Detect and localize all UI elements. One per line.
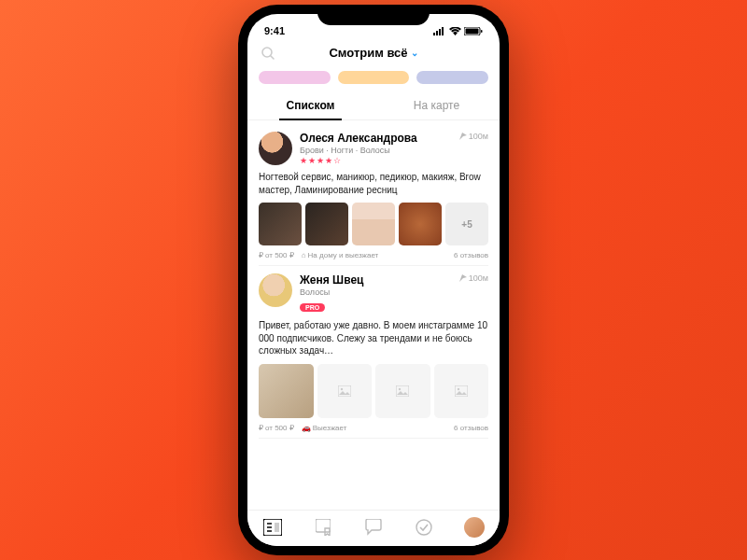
portfolio-thumb-placeholder[interactable] — [434, 364, 489, 419]
results-list[interactable]: Олеся Александрова 100м Брови · Ногти · … — [247, 120, 500, 510]
portfolio-thumb[interactable] — [259, 203, 302, 245]
svg-rect-1 — [436, 31, 438, 35]
portfolio-thumb[interactable] — [399, 203, 442, 245]
svg-rect-3 — [442, 27, 444, 35]
provider-description: Ногтевой сервис, маникюр, педикюр, макия… — [259, 171, 488, 196]
ruble-icon: ₽ — [259, 251, 263, 259]
svg-rect-0 — [433, 33, 435, 35]
price: ₽ от 500 ₽ — [259, 251, 294, 259]
svg-rect-5 — [466, 28, 479, 34]
status-time: 9:41 — [264, 25, 285, 36]
portfolio-thumbs: +5 — [259, 203, 488, 245]
svg-rect-9 — [338, 385, 351, 397]
svg-rect-20 — [316, 519, 331, 532]
tab-profile[interactable] — [463, 516, 486, 539]
svg-rect-2 — [439, 29, 441, 35]
battery-icon — [464, 27, 483, 35]
portfolio-thumb[interactable] — [352, 203, 395, 245]
avatar[interactable] — [259, 273, 292, 307]
category-pill[interactable] — [259, 71, 331, 84]
search-icon[interactable] — [261, 46, 275, 61]
category-pills — [247, 65, 500, 84]
feed-icon — [263, 519, 282, 536]
header-title-dropdown[interactable]: Смотрим всё ⌄ — [329, 46, 417, 60]
svg-point-12 — [399, 388, 401, 390]
profile-avatar-icon — [464, 517, 485, 538]
svg-point-21 — [416, 520, 431, 535]
screen: 9:41 Смотрим всё ⌄ Списком На карте — [247, 14, 500, 546]
price: ₽ от 500 ₽ — [259, 424, 294, 432]
tab-bar — [247, 510, 500, 546]
check-icon — [416, 519, 432, 536]
svg-rect-13 — [455, 385, 468, 397]
image-icon — [455, 385, 468, 397]
car-icon: 🚗 — [302, 424, 311, 432]
home-icon: ⌂ — [302, 251, 306, 259]
tab-check[interactable] — [413, 516, 435, 539]
service-mode: ⌂ На дому и выезжает — [302, 251, 379, 259]
provider-description: Привет, работаю уже давно. В моем инстаг… — [259, 319, 488, 357]
image-icon — [396, 385, 409, 397]
svg-point-14 — [458, 388, 459, 390]
distance: 100м — [459, 132, 488, 141]
portfolio-thumb-placeholder[interactable] — [317, 364, 373, 419]
provider-categories: Брови · Ногти · Волосы — [300, 146, 488, 155]
tab-feed[interactable] — [261, 516, 284, 539]
header: Смотрим всё ⌄ — [247, 40, 500, 65]
tab-chat[interactable] — [362, 516, 385, 539]
portfolio-thumb[interactable] — [259, 364, 314, 419]
provider-name: Женя Швец — [300, 273, 363, 287]
location-icon — [459, 133, 467, 140]
header-title-text: Смотрим всё — [329, 46, 407, 60]
provider-name: Олеся Александрова — [300, 132, 417, 145]
chevron-down-icon: ⌄ — [411, 48, 418, 58]
provider-card[interactable]: Олеся Александрова 100м Брови · Ногти · … — [259, 124, 488, 266]
status-icons — [433, 27, 483, 35]
tab-map[interactable]: На карте — [374, 93, 500, 119]
category-pill[interactable] — [416, 71, 488, 84]
reviews-count[interactable]: 6 отзывов — [454, 424, 488, 432]
rating-stars: ★★★★☆ — [300, 156, 488, 165]
portfolio-more[interactable]: +5 — [445, 203, 488, 245]
avatar[interactable] — [259, 132, 292, 165]
service-mode: 🚗 Выезжает — [302, 424, 347, 432]
card-footer: ₽ от 500 ₽ 🚗 Выезжает 6 отзывов — [259, 424, 488, 432]
portfolio-thumb-placeholder[interactable] — [375, 364, 430, 419]
svg-line-8 — [271, 56, 274, 59]
chat-icon — [364, 519, 383, 536]
tab-list[interactable]: Списком — [247, 93, 374, 119]
svg-rect-11 — [396, 385, 409, 397]
pro-badge: PRO — [300, 303, 325, 312]
ruble-icon: ₽ — [259, 424, 263, 432]
portfolio-thumbs — [259, 364, 488, 419]
wifi-icon — [449, 27, 461, 35]
tab-bookmarks[interactable] — [312, 516, 334, 539]
category-pill[interactable] — [338, 71, 410, 84]
view-tabs: Списком На карте — [247, 84, 500, 120]
reviews-count[interactable]: 6 отзывов — [454, 251, 488, 259]
location-icon — [459, 274, 467, 282]
provider-card[interactable]: Женя Швец 100м Волосы PRO Привет, работа… — [259, 266, 488, 439]
notch — [317, 5, 430, 25]
portfolio-thumb[interactable] — [305, 203, 348, 245]
bookmark-icon — [316, 519, 331, 536]
svg-rect-19 — [275, 523, 279, 532]
image-icon — [338, 385, 351, 397]
phone-frame: 9:41 Смотрим всё ⌄ Списком На карте — [238, 5, 509, 555]
distance: 100м — [459, 273, 488, 283]
svg-point-10 — [341, 388, 343, 390]
provider-categories: Волосы — [300, 287, 488, 297]
card-footer: ₽ от 500 ₽ ⌂ На дому и выезжает 6 отзыво… — [259, 251, 488, 259]
signal-icon — [433, 27, 446, 35]
svg-rect-6 — [481, 30, 483, 33]
